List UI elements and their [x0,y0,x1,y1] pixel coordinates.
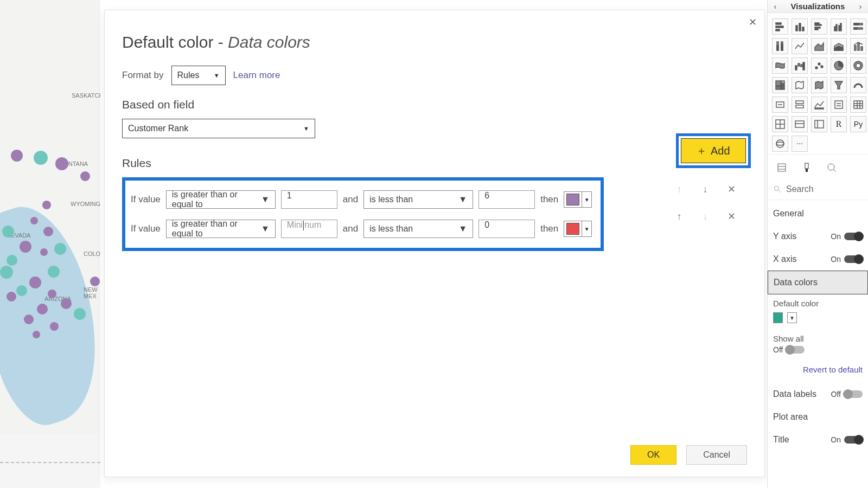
revert-to-default-link[interactable]: Revert to default [768,361,868,383]
table-visual-icon[interactable] [792,116,808,132]
svg-rect-1 [776,26,783,28]
more-visuals-icon[interactable]: ⋯ [792,136,808,152]
svg-rect-5 [802,27,804,31]
chevron-right-icon[interactable]: › [856,2,865,11]
rule-value1-input[interactable]: 1 [281,190,337,209]
toggle-yaxis[interactable]: On [831,232,863,241]
funnel-icon[interactable] [831,77,847,93]
stacked-area-chart-icon[interactable] [831,38,847,54]
donut-chart-icon[interactable] [850,57,866,74]
color-swatch [566,194,579,206]
svg-rect-61 [815,120,824,128]
stacked-bar-chart-icon[interactable] [772,18,788,35]
card-icon[interactable] [772,97,788,113]
cancel-button[interactable]: Cancel [686,445,747,465]
python-script-icon[interactable]: Py [850,116,866,132]
map-dot [43,227,53,236]
rule-value1-input[interactable]: Mininum [281,220,337,238]
line-chart-icon[interactable] [792,38,808,54]
multi-row-card-icon[interactable] [792,97,808,113]
format-by-select[interactable]: Rules ▼ [171,66,226,85]
rule-color-picker[interactable]: ▼ [564,221,592,237]
dialog-title: Default color - Data colors [122,33,743,52]
move-down-icon[interactable]: ↓ [700,184,711,195]
svg-point-63 [776,140,784,147]
clustered-column-chart-icon[interactable] [831,18,847,35]
learn-more-link[interactable]: Learn more [233,70,280,81]
hundred-stacked-bar-icon[interactable] [850,18,866,35]
format-tab-icon[interactable] [801,162,812,176]
table-icon[interactable] [850,97,866,113]
matrix-visual-icon[interactable] [811,116,827,132]
arcgis-map-icon[interactable] [772,136,788,152]
prop-datacolors[interactable]: Data colors [768,271,868,294]
rules-container: If value is greater than or equal to▼ 1 … [122,177,604,251]
filled-map-icon[interactable] [811,77,827,93]
close-icon[interactable]: ✕ [746,16,759,29]
delete-rule-icon[interactable]: ✕ [726,210,737,222]
kpi-icon[interactable] [811,97,827,113]
line-stacked-column-icon[interactable] [850,38,866,54]
prop-plotarea[interactable]: Plot area [768,406,868,428]
map-dot [34,151,48,165]
toggle-xaxis[interactable]: On [831,255,863,264]
r-script-icon[interactable]: R [831,116,847,132]
waterfall-chart-icon[interactable] [792,57,808,74]
map-dot [20,241,31,253]
move-down-icon[interactable]: ↓ [700,211,711,222]
rule-value2-input[interactable]: 6 [478,190,535,209]
treemap-icon[interactable] [772,77,788,93]
clustered-bar-chart-icon[interactable] [811,18,827,35]
prop-general[interactable]: General [768,202,868,225]
based-on-field-label: Based on field [122,98,743,111]
rule-op1-select[interactable]: is greater than or equal to▼ [166,220,276,238]
default-color-picker[interactable]: ▼ [768,310,868,330]
fields-tab-icon[interactable] [776,162,787,176]
toggle-showall[interactable]: Off [773,345,805,354]
rule-actions: ↑ ↓ ✕ [674,183,737,195]
gauge-icon[interactable] [850,77,866,93]
stacked-column-chart-icon[interactable] [792,18,808,35]
prop-datalabels[interactable]: Data labels Off [768,383,868,406]
svg-rect-19 [777,46,778,50]
rule-op2-select[interactable]: is less than▼ [363,190,473,209]
delete-rule-icon[interactable]: ✕ [726,183,737,195]
analytics-tab-icon[interactable] [826,162,837,176]
ok-button[interactable]: OK [630,445,676,465]
rule-op2-select[interactable]: is less than▼ [363,220,473,238]
search-input[interactable]: Search [768,181,868,200]
ribbon-chart-icon[interactable] [772,57,788,74]
chevron-left-icon[interactable]: ‹ [771,2,780,11]
slicer-icon[interactable] [831,97,847,113]
map-dot [24,314,34,324]
visualizations-title: Visualizations [791,2,845,11]
hundred-stacked-column-icon[interactable] [772,38,788,54]
map-icon[interactable] [792,77,808,93]
move-up-icon[interactable]: ↑ [674,211,685,222]
svg-rect-46 [796,105,803,108]
rule-value2-input[interactable]: 0 [478,220,535,238]
prop-title[interactable]: Title On [768,428,868,451]
map-label: NEW MEX [84,286,100,299]
toggle-datalabels[interactable]: Off [831,390,863,399]
add-rule-button[interactable]: ＋ Add [681,138,746,163]
svg-rect-8 [815,27,820,28]
svg-marker-22 [815,43,824,50]
pie-chart-icon[interactable] [831,57,847,74]
prop-yaxis[interactable]: Y axis On [768,225,868,248]
prop-xaxis[interactable]: X axis On [768,248,868,271]
move-up-icon[interactable]: ↑ [674,184,685,195]
svg-rect-15 [854,23,859,25]
matrix-icon[interactable] [772,116,788,132]
rule-color-picker[interactable]: ▼ [564,191,592,208]
area-chart-icon[interactable] [811,38,827,54]
toggle-title[interactable]: On [831,435,863,444]
rule-op1-select[interactable]: is greater than or equal to▼ [166,190,276,209]
prop-showall[interactable]: Off [768,345,868,361]
add-button-highlight: ＋ Add [676,133,751,168]
dialog-title-sub: Data colors [228,33,310,51]
map-dot [7,255,17,266]
svg-rect-68 [805,163,808,169]
scatter-chart-icon[interactable] [811,57,827,74]
based-on-field-select[interactable]: Customer Rank ▼ [122,119,315,138]
